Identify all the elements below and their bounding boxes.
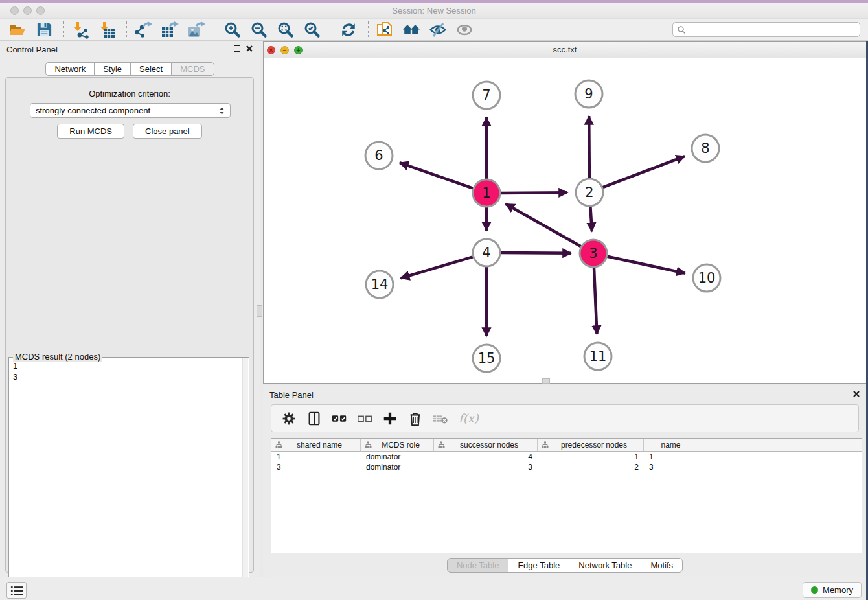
network-window-title: scc.txt: [264, 45, 866, 54]
search-box[interactable]: [672, 22, 860, 37]
edge-3-1[interactable]: [506, 204, 581, 247]
close-panel-icon[interactable]: [246, 45, 253, 52]
network-canvas[interactable]: 7968124314101511: [264, 58, 866, 383]
memory-button[interactable]: Memory: [803, 582, 862, 598]
close-panel-icon[interactable]: [852, 390, 860, 398]
list-icon: [10, 585, 23, 596]
tab-network-table[interactable]: Network Table: [569, 558, 641, 573]
edge-3-11[interactable]: [594, 268, 597, 334]
export-image-icon[interactable]: [187, 21, 206, 39]
mcds-result-line: 1: [13, 360, 237, 371]
network-window-titlebar[interactable]: × − + scc.txt: [264, 42, 866, 58]
toolbar-separator: [368, 21, 369, 38]
tab-style[interactable]: Style: [94, 62, 131, 76]
criterion-dropdown[interactable]: strongly connected component: [30, 103, 231, 118]
node-label-7: 7: [482, 87, 490, 103]
table-cell[interactable]: 1: [271, 452, 361, 462]
table-cell[interactable]: 3: [644, 462, 698, 472]
refresh-icon[interactable]: [339, 21, 358, 39]
table-toolbar: f(x): [271, 404, 859, 432]
node-label-11: 11: [589, 349, 607, 364]
column-header-predecessor-nodes[interactable]: predecessor nodes: [538, 439, 644, 451]
tab-motifs[interactable]: Motifs: [641, 558, 683, 573]
open-icon[interactable]: [8, 21, 27, 39]
close-panel-button[interactable]: Close panel: [133, 124, 202, 139]
deselect-all-icon[interactable]: [355, 410, 374, 428]
application-window: { "window": { "title": "Session: New Ses…: [0, 0, 868, 600]
mcds-result-text[interactable]: 1 3: [9, 359, 241, 600]
control-panel: Control Panel Network Style Select MCDS …: [0, 41, 260, 577]
edge-4-14[interactable]: [401, 257, 473, 278]
table-cell[interactable]: 1: [538, 452, 644, 462]
run-mcds-button[interactable]: Run MCDS: [57, 124, 124, 139]
tab-select[interactable]: Select: [130, 62, 172, 76]
toolbar-separator: [216, 21, 216, 38]
memory-label: Memory: [823, 585, 853, 595]
edge-1-2[interactable]: [501, 192, 567, 193]
vertical-splitter-handle[interactable]: [257, 305, 262, 317]
table-cell[interactable]: 4: [434, 452, 538, 462]
edge-3-10[interactable]: [608, 257, 685, 273]
eye-icon[interactable]: [455, 21, 474, 39]
table-cell[interactable]: 2: [538, 462, 644, 472]
home-icon[interactable]: [402, 21, 421, 39]
network-view-window: × − + scc.txt 7968124314101511: [263, 41, 867, 384]
column-header-MCDS-role[interactable]: MCDS role: [361, 439, 434, 451]
delete-column-icon: [431, 410, 450, 428]
edge-2-8[interactable]: [603, 156, 685, 187]
save-icon[interactable]: [34, 21, 54, 39]
export-network-icon[interactable]: [133, 21, 153, 39]
gear-icon[interactable]: [279, 410, 299, 428]
edge-2-9[interactable]: [589, 116, 589, 178]
edge-2-3[interactable]: [590, 207, 591, 231]
edge-4-3[interactable]: [501, 253, 571, 253]
node-label-6: 6: [374, 148, 383, 163]
tab-mcds[interactable]: MCDS: [171, 62, 214, 76]
zoom-out-icon[interactable]: [249, 21, 269, 39]
column-header-successor-nodes[interactable]: successor nodes: [434, 439, 538, 451]
node-label-9: 9: [584, 86, 593, 102]
tab-edge-table[interactable]: Edge Table: [508, 558, 569, 573]
table-cell[interactable]: dominator: [361, 462, 434, 472]
search-input[interactable]: [689, 25, 856, 34]
import-network-icon[interactable]: [71, 21, 90, 39]
show-columns-icon[interactable]: [304, 410, 324, 428]
zoom-in-icon[interactable]: [223, 21, 242, 39]
trash-icon[interactable]: [405, 410, 425, 428]
table-row[interactable]: 1dominator411: [271, 452, 862, 462]
tab-node-table[interactable]: Node Table: [447, 558, 509, 573]
node-label-15: 15: [478, 351, 496, 366]
node-label-1: 1: [482, 185, 490, 201]
result-scrollbar[interactable]: [242, 358, 248, 600]
optimization-criterion-label: Optimization criterion:: [6, 89, 253, 98]
show-hide-graphics-icon[interactable]: [428, 21, 448, 39]
float-panel-icon[interactable]: [841, 391, 847, 397]
zoom-fit-icon[interactable]: [276, 21, 295, 39]
zoom-selected-icon[interactable]: [303, 21, 322, 39]
hierarchy-sort-icon: [542, 441, 549, 448]
edge-1-6[interactable]: [400, 163, 473, 189]
table-cell[interactable]: 3: [271, 462, 361, 472]
copy-network-icon[interactable]: [375, 21, 394, 39]
table-panel: Table Panel f(x) shared nameMCDS rolesuc…: [263, 386, 867, 577]
table-row[interactable]: 3dominator323: [271, 462, 862, 472]
table-cell[interactable]: 1: [644, 452, 698, 462]
table-cell[interactable]: 3: [434, 462, 538, 472]
hierarchy-sort-icon: [438, 441, 445, 448]
table-cell[interactable]: dominator: [361, 452, 434, 462]
column-header-shared-name[interactable]: shared name: [271, 439, 361, 451]
node-label-2: 2: [585, 185, 593, 200]
export-table-icon[interactable]: [160, 21, 179, 39]
node-label-8: 8: [701, 141, 709, 156]
select-all-icon[interactable]: [330, 410, 349, 428]
import-table-icon[interactable]: [97, 21, 117, 39]
tab-network[interactable]: Network: [45, 62, 95, 76]
column-header-name[interactable]: name: [644, 439, 698, 451]
float-panel-icon[interactable]: [234, 45, 240, 52]
show-panels-button[interactable]: [6, 582, 27, 599]
control-panel-title: Control Panel: [6, 45, 58, 54]
mcds-panel: Optimization criterion: strongly connect…: [5, 77, 254, 573]
table-panel-header: Table Panel: [263, 386, 867, 403]
horizontal-splitter-handle[interactable]: [542, 378, 550, 384]
add-column-icon[interactable]: [380, 410, 400, 428]
